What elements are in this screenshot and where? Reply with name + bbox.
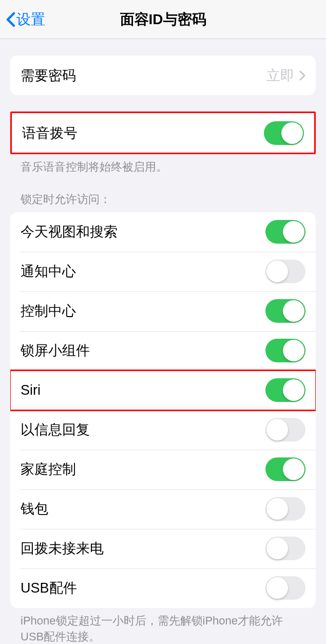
lock-access-switch[interactable] (265, 339, 305, 362)
voice-dial-label: 语音拨号 (22, 124, 78, 142)
lock-access-item-label: 锁屏小组件 (21, 341, 90, 360)
back-label: 设置 (16, 10, 45, 29)
lock-access-row: 锁屏小组件 (10, 331, 316, 371)
lock-access-item-label: 回拨未接来电 (21, 539, 104, 558)
lock-access-header: 锁定时允许访问： (10, 192, 316, 212)
require-passcode-row[interactable]: 需要密码 立即 (10, 56, 316, 95)
lock-access-switch[interactable] (265, 497, 305, 521)
lock-access-row: 回拨未接来电 (10, 529, 316, 568)
lock-access-switch[interactable] (265, 220, 305, 244)
lock-access-switch[interactable] (265, 576, 305, 600)
lock-access-row: 今天视图和搜索 (10, 212, 316, 252)
lock-access-row: 通知中心 (10, 252, 316, 291)
lock-access-item-label: USB配件 (21, 579, 77, 597)
lock-access-item-label: 钱包 (21, 500, 48, 518)
chevron-right-icon (299, 70, 305, 81)
voice-dial-footer: 音乐语音控制将始终被启用。 (10, 154, 316, 175)
lock-access-footer: iPhone锁定超过一小时后，需先解锁iPhone才能允许USB配件连接。 (10, 608, 316, 644)
navigation-bar: 设置 面容ID与密码 (0, 0, 326, 39)
lock-access-switch[interactable] (265, 260, 305, 283)
lock-access-switch[interactable] (265, 537, 305, 560)
lock-access-item-label: 通知中心 (21, 262, 76, 281)
lock-access-item-label: 控制中心 (21, 302, 76, 320)
voice-dial-row: 语音拨号 (12, 113, 314, 153)
lock-access-switch[interactable] (265, 418, 305, 441)
require-passcode-value: 立即 (266, 66, 294, 85)
lock-access-item-label: 今天视图和搜索 (21, 223, 118, 241)
lock-access-row: 钱包 (10, 489, 316, 529)
lock-access-item-label: Siri (21, 382, 41, 398)
lock-access-item-label: 以信息回复 (21, 420, 90, 439)
back-button[interactable]: 设置 (6, 10, 45, 29)
lock-access-row: 以信息回复 (10, 410, 316, 450)
lock-access-list: 今天视图和搜索通知中心控制中心锁屏小组件Siri以信息回复家庭控制钱包回拨未接来… (10, 212, 316, 608)
voice-dial-highlight: 语音拨号 (10, 112, 316, 154)
lock-access-row: USB配件 (10, 568, 316, 608)
require-passcode-label: 需要密码 (21, 66, 76, 85)
lock-access-row: 控制中心 (10, 291, 316, 331)
voice-dial-switch[interactable] (264, 121, 304, 145)
lock-access-switch[interactable] (265, 457, 305, 481)
lock-access-item-label: 家庭控制 (21, 460, 76, 479)
chevron-left-icon (6, 12, 15, 27)
lock-access-row: 家庭控制 (10, 450, 316, 489)
lock-access-row: Siri (10, 371, 316, 410)
lock-access-switch[interactable] (265, 299, 305, 323)
lock-access-switch[interactable] (265, 378, 305, 402)
page-title: 面容ID与密码 (120, 10, 206, 29)
